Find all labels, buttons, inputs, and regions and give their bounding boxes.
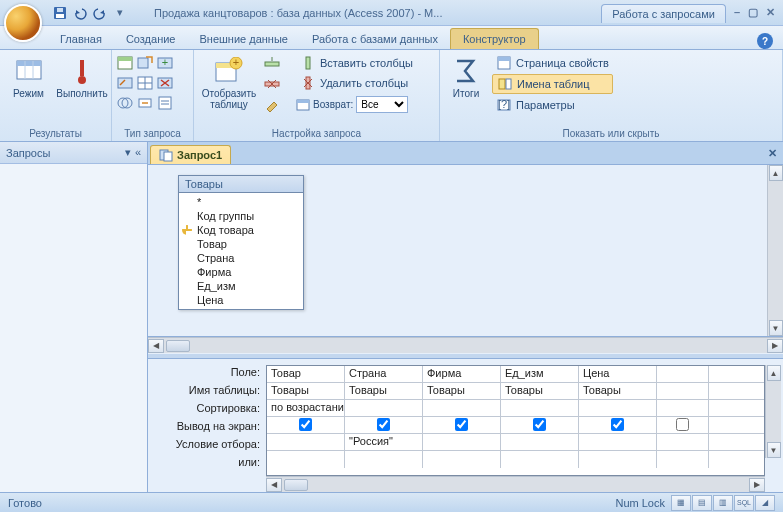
grid-cell[interactable] [267,451,345,468]
grid-cell[interactable]: Страна [345,366,423,382]
field-item[interactable]: Товар [179,237,303,251]
show-checkbox[interactable] [611,418,624,431]
grid-cell[interactable] [501,434,579,450]
grid-cell[interactable] [657,366,709,382]
grid-cell[interactable] [267,417,345,433]
grid-cell[interactable]: Товары [423,383,501,399]
design-grid[interactable]: ТоварСтранаФирмаЕд_измЦенаТоварыТоварыТо… [266,365,765,476]
office-button[interactable] [4,4,42,42]
close-icon[interactable]: ✕ [766,6,775,19]
delete-rows-icon[interactable] [264,76,292,92]
nav-header[interactable]: Запросы ▾ « [0,142,147,164]
restore-icon[interactable]: ▢ [748,6,758,19]
pivotchart-view-icon[interactable]: ▤ [692,495,712,511]
field-item[interactable]: Страна [179,251,303,265]
diagram-scroll-v[interactable]: ▲ ▼ [767,165,783,336]
insert-rows-icon[interactable] [264,56,292,72]
save-icon[interactable] [52,5,68,21]
show-checkbox[interactable] [455,418,468,431]
grid-cell[interactable] [501,417,579,433]
datasheet-view-icon[interactable]: ▦ [671,495,691,511]
grid-cell[interactable] [345,417,423,433]
table-names-button[interactable]: Имена таблиц [492,74,613,94]
return-select[interactable]: Все [356,96,408,113]
grid-scroll-h[interactable]: ◀ ▶ [266,476,765,492]
table-box-title[interactable]: Товары [179,176,303,193]
show-checkbox[interactable] [676,418,689,431]
show-checkbox[interactable] [377,418,390,431]
crosstab-query-icon[interactable] [136,74,154,92]
grid-cell[interactable]: Товары [579,383,657,399]
field-item[interactable]: Код группы [179,209,303,223]
parameters-button[interactable]: [?]Параметры [492,96,613,114]
field-item[interactable]: Ед_изм [179,279,303,293]
grid-cell[interactable] [345,451,423,468]
grid-cell[interactable]: Товары [267,383,345,399]
grid-cell[interactable]: "Россия" [345,434,423,450]
scroll-up-icon[interactable]: ▲ [767,365,781,381]
select-query-icon[interactable] [116,54,134,72]
view-button[interactable]: Режим [4,54,53,101]
document-close-icon[interactable]: ✕ [768,147,777,160]
tab-design[interactable]: Конструктор [450,28,539,49]
tab-external[interactable]: Внешние данные [188,29,300,49]
grid-cell[interactable] [423,451,501,468]
grid-cell[interactable] [657,400,709,416]
field-item[interactable]: Цена [179,293,303,307]
grid-cell[interactable]: Товары [345,383,423,399]
grid-scroll-v[interactable]: ▲ ▼ [765,365,781,458]
run-button[interactable]: Выполнить [57,54,107,101]
scroll-left-icon[interactable]: ◀ [148,339,164,353]
scroll-down-icon[interactable]: ▼ [767,442,781,458]
make-table-icon[interactable] [136,54,154,72]
totals-button[interactable]: Итоги [444,54,488,101]
nav-body[interactable] [0,164,147,492]
insert-columns-button[interactable]: Вставить столбцы [296,54,417,72]
scroll-thumb[interactable] [284,479,308,491]
append-query-icon[interactable]: + [156,54,174,72]
help-icon[interactable]: ? [757,33,773,49]
tab-home[interactable]: Главная [48,29,114,49]
grid-cell[interactable] [267,434,345,450]
scroll-right-icon[interactable]: ▶ [749,478,765,492]
grid-cell[interactable] [423,400,501,416]
undo-icon[interactable] [72,5,88,21]
grid-cell[interactable]: Ед_изм [501,366,579,382]
minimize-icon[interactable]: – [734,6,740,19]
delete-columns-button[interactable]: Удалить столбцы [296,74,417,92]
grid-cell[interactable] [501,451,579,468]
grid-cell[interactable]: Товары [501,383,579,399]
show-checkbox[interactable] [533,418,546,431]
grid-cell[interactable] [579,417,657,433]
scroll-thumb[interactable] [166,340,190,352]
sql-view-icon[interactable]: SQL [734,495,754,511]
grid-cell[interactable] [423,434,501,450]
grid-cell[interactable]: Товар [267,366,345,382]
scroll-left-icon[interactable]: ◀ [266,478,282,492]
grid-cell[interactable] [657,383,709,399]
diagram-scroll-h[interactable]: ◀ ▶ [148,337,783,353]
grid-cell[interactable]: по возрастанию [267,400,345,416]
grid-cell[interactable]: Цена [579,366,657,382]
grid-cell[interactable] [579,451,657,468]
scroll-down-icon[interactable]: ▼ [769,320,783,336]
grid-cell[interactable] [657,451,709,468]
show-checkbox[interactable] [299,418,312,431]
grid-cell[interactable] [657,417,709,433]
datadef-query-icon[interactable] [156,94,174,112]
nav-collapse-icon[interactable]: « [135,146,141,159]
nav-dropdown-icon[interactable]: ▾ [125,146,131,159]
query-tab[interactable]: Запрос1 [150,145,231,164]
grid-cell[interactable] [579,400,657,416]
grid-cell[interactable] [501,400,579,416]
pivottable-view-icon[interactable]: ▥ [713,495,733,511]
passthrough-query-icon[interactable] [136,94,154,112]
field-item[interactable]: * [179,195,303,209]
grid-cell[interactable] [657,434,709,450]
qat-customize-icon[interactable]: ▾ [112,5,128,21]
builder-icon[interactable] [264,96,292,112]
table-box-tovary[interactable]: Товары *Код группыКод товараТоварСтранаФ… [178,175,304,310]
tab-dbtools[interactable]: Работа с базами данных [300,29,450,49]
delete-query-icon[interactable] [156,74,174,92]
property-sheet-button[interactable]: Страница свойств [492,54,613,72]
